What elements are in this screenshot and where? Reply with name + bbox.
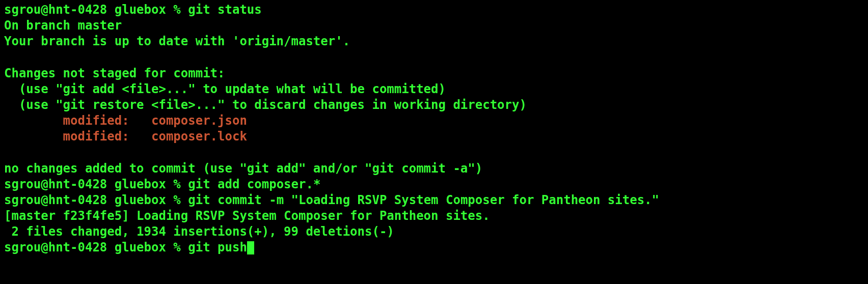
commit-result-1: [master f23f4fe5] Loading RSVP System Co… (4, 208, 864, 224)
changes-header: Changes not staged for commit: (4, 66, 864, 81)
blank-line (4, 50, 864, 66)
blank-line (4, 145, 864, 161)
command-text: git status (188, 3, 262, 17)
branch-line: On branch master (4, 18, 864, 34)
prompt-user-host: sgrou@hnt-0428 gluebox % (4, 177, 188, 191)
terminal-output[interactable]: sgrou@hnt-0428 gluebox % git status On b… (4, 2, 864, 256)
hint-add: (use "git add <file>..." to update what … (4, 81, 864, 97)
commit-result-2: 2 files changed, 1934 insertions(+), 99 … (4, 224, 864, 240)
cursor-block (247, 241, 254, 254)
prompt-user-host: sgrou@hnt-0428 gluebox % (4, 3, 188, 17)
prompt-line-1: sgrou@hnt-0428 gluebox % git status (4, 2, 864, 18)
command-text: git add composer.* (188, 177, 320, 191)
prompt-line-4: sgrou@hnt-0428 gluebox % git push (4, 240, 864, 255)
modified-file-1: modified: composer.json (4, 113, 864, 129)
command-text: git commit -m "Loading RSVP System Compo… (188, 193, 659, 207)
hint-restore: (use "git restore <file>..." to discard … (4, 97, 864, 113)
prompt-user-host: sgrou@hnt-0428 gluebox % (4, 193, 188, 207)
command-text: git push (188, 240, 247, 254)
modified-file-2: modified: composer.lock (4, 129, 864, 145)
uptodate-line: Your branch is up to date with 'origin/m… (4, 34, 864, 49)
no-changes-line: no changes added to commit (use "git add… (4, 161, 864, 177)
prompt-user-host: sgrou@hnt-0428 gluebox % (4, 240, 188, 254)
prompt-line-3: sgrou@hnt-0428 gluebox % git commit -m "… (4, 192, 864, 208)
prompt-line-2: sgrou@hnt-0428 gluebox % git add compose… (4, 177, 864, 192)
